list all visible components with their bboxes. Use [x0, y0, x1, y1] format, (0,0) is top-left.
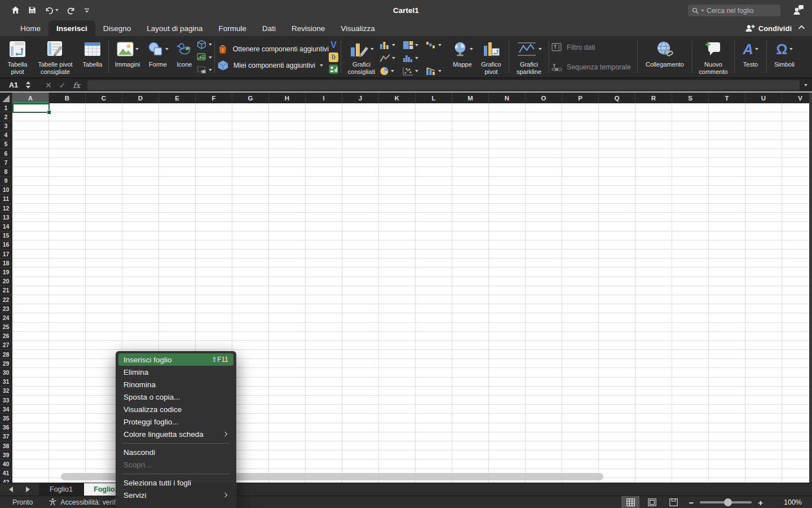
cell-P6[interactable] — [562, 149, 599, 158]
cell-I29[interactable] — [306, 359, 342, 368]
line-chart-caret[interactable] — [392, 57, 395, 59]
cell-J14[interactable] — [342, 222, 379, 231]
cell-K39[interactable] — [379, 450, 416, 459]
cell-P5[interactable] — [562, 140, 599, 149]
cell-T39[interactable] — [709, 450, 745, 459]
cell-I31[interactable] — [306, 378, 342, 387]
cell-G28[interactable] — [232, 350, 269, 359]
cell-B25[interactable] — [49, 323, 86, 332]
cell-G6[interactable] — [232, 149, 269, 158]
cell-L7[interactable] — [416, 158, 452, 167]
cell-B2[interactable] — [49, 112, 86, 121]
cell-U18[interactable] — [745, 259, 782, 268]
cell-Q22[interactable] — [599, 295, 636, 304]
cell-C4[interactable] — [86, 131, 122, 140]
cell-H34[interactable] — [269, 405, 306, 414]
cell-E13[interactable] — [159, 213, 196, 222]
cell-U35[interactable] — [745, 414, 782, 423]
cell-A14[interactable] — [12, 222, 49, 231]
cell-A35[interactable] — [12, 414, 49, 423]
cell-A4[interactable] — [12, 131, 49, 140]
cell-S39[interactable] — [672, 450, 709, 459]
row-header-17[interactable]: 17 — [0, 249, 12, 259]
cell-H9[interactable] — [269, 177, 306, 186]
cell-G4[interactable] — [232, 131, 269, 140]
cell-M6[interactable] — [452, 149, 489, 158]
cell-P1[interactable] — [562, 103, 599, 112]
cell-O15[interactable] — [526, 231, 562, 240]
cell-O12[interactable] — [526, 204, 562, 213]
cell-G36[interactable] — [232, 423, 269, 432]
cell-B24[interactable] — [49, 313, 86, 322]
cell-T5[interactable] — [709, 140, 745, 149]
cell-N6[interactable] — [489, 149, 526, 158]
cell-V22[interactable] — [782, 295, 812, 304]
cell-S36[interactable] — [672, 423, 709, 432]
cell-T6[interactable] — [709, 149, 745, 158]
cell-M33[interactable] — [452, 396, 489, 405]
cell-Q39[interactable] — [599, 450, 636, 459]
cell-A27[interactable] — [12, 341, 49, 350]
cell-U27[interactable] — [745, 341, 782, 350]
cell-S5[interactable] — [672, 140, 709, 149]
cell-H31[interactable] — [269, 378, 306, 387]
cell-J3[interactable] — [342, 121, 379, 130]
menu-item-scopri[interactable]: Scopri... — [118, 458, 233, 471]
cell-T36[interactable] — [709, 423, 745, 432]
cell-C23[interactable] — [86, 304, 122, 313]
cell-K25[interactable] — [379, 323, 416, 332]
cell-V4[interactable] — [782, 131, 812, 140]
cell-I37[interactable] — [306, 432, 342, 441]
cell-I11[interactable] — [306, 195, 342, 204]
cell-H24[interactable] — [269, 313, 306, 322]
column-header-J[interactable]: J — [342, 93, 379, 103]
row-header-24[interactable]: 24 — [0, 313, 12, 322]
cell-F26[interactable] — [196, 332, 232, 341]
cell-S28[interactable] — [672, 350, 709, 359]
cell-A31[interactable] — [12, 378, 49, 387]
cell-P37[interactable] — [562, 432, 599, 441]
cell-F13[interactable] — [196, 213, 232, 222]
column-chart-caret[interactable] — [392, 44, 395, 46]
cell-T24[interactable] — [709, 313, 745, 322]
cell-N32[interactable] — [489, 387, 526, 396]
cell-K33[interactable] — [379, 396, 416, 405]
cell-T26[interactable] — [709, 332, 745, 341]
cell-S8[interactable] — [672, 167, 709, 176]
cell-E2[interactable] — [159, 112, 196, 121]
zoom-level[interactable]: 100% — [771, 498, 802, 506]
cell-U38[interactable] — [745, 441, 782, 450]
cell-M26[interactable] — [452, 332, 489, 341]
cell-B13[interactable] — [49, 213, 86, 222]
cell-D3[interactable] — [122, 121, 159, 130]
cell-M11[interactable] — [452, 195, 489, 204]
cell-D16[interactable] — [122, 240, 159, 249]
cell-R12[interactable] — [636, 204, 672, 213]
cell-C10[interactable] — [86, 186, 122, 195]
cell-E17[interactable] — [159, 249, 196, 259]
cell-O39[interactable] — [526, 450, 562, 459]
cell-G23[interactable] — [232, 304, 269, 313]
menu-item-rinomina[interactable]: Rinomina — [118, 378, 233, 391]
cell-T2[interactable] — [709, 112, 745, 121]
cell-T14[interactable] — [709, 222, 745, 231]
cell-L15[interactable] — [416, 231, 452, 240]
row-header-20[interactable]: 20 — [0, 277, 12, 286]
cell-K34[interactable] — [379, 405, 416, 414]
cell-J12[interactable] — [342, 204, 379, 213]
cell-V17[interactable] — [782, 249, 812, 259]
cell-J9[interactable] — [342, 177, 379, 186]
table-button[interactable]: Tabella — [79, 36, 106, 68]
cell-Q25[interactable] — [599, 323, 636, 332]
pictures-button[interactable]: Immagini — [111, 36, 144, 68]
cell-U24[interactable] — [745, 313, 782, 322]
maps-button[interactable]: Mappe — [449, 36, 476, 68]
cell-L4[interactable] — [416, 131, 452, 140]
cell-L25[interactable] — [416, 323, 452, 332]
cell-H35[interactable] — [269, 414, 306, 423]
cell-T19[interactable] — [709, 268, 745, 277]
cell-N3[interactable] — [489, 121, 526, 130]
cell-F18[interactable] — [196, 259, 232, 268]
normal-view-button[interactable] — [621, 496, 639, 508]
cell-I38[interactable] — [306, 441, 342, 450]
